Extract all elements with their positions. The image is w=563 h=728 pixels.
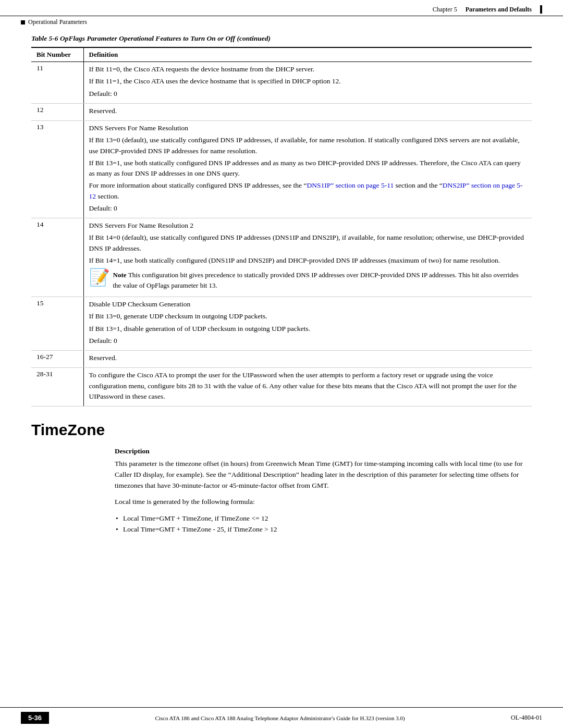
bit-cell-11: 11	[31, 62, 83, 104]
def-line: If Bit 13=1, disable generation of of UD…	[89, 324, 527, 334]
def-line: If Bit 11=0, the Cisco ATA requests the …	[89, 64, 527, 75]
table-row: 28-31 To configure the Cisco ATA to prom…	[31, 368, 532, 406]
def-line: If Bit 11=1, the Cisco ATA uses the devi…	[89, 76, 527, 87]
def-line: DNS Servers For Name Resolution	[89, 123, 527, 133]
timezone-title: TimeZone	[31, 421, 532, 439]
bit-cell-28-31: 28-31	[31, 368, 83, 406]
def-line: DNS Servers For Name Resolution 2	[89, 220, 527, 231]
table-row: 11 If Bit 11=0, the Cisco ATA requests t…	[31, 62, 532, 104]
note-pencil-icon: 📝	[89, 269, 108, 286]
footer-page-number: 5-36	[21, 712, 49, 724]
bit-cell-13: 13	[31, 121, 83, 218]
def-cell-14: DNS Servers For Name Resolution 2 If Bit…	[83, 218, 532, 297]
page-container: Chapter 5 Parameters and Defaults Operat…	[0, 0, 563, 728]
table-row: 14 DNS Servers For Name Resolution 2 If …	[31, 218, 532, 297]
def-line: Reserved.	[89, 353, 527, 363]
dns1ip-link[interactable]: DNS1IP” section on page 5-11	[307, 181, 394, 189]
def-cell-11: If Bit 11=0, the Cisco ATA requests the …	[83, 62, 532, 104]
header-right: Chapter 5 Parameters and Defaults	[433, 5, 542, 14]
def-line: If Bit 13=0, generate UDP checksum in ou…	[89, 311, 527, 322]
def-cell-15: Disable UDP Checksum Generation If Bit 1…	[83, 297, 532, 351]
opflags-table: Bit Number Definition 11 If Bit 11=0, th…	[31, 47, 532, 406]
footer-center-text: Cisco ATA 186 and Cisco ATA 188 Analog T…	[59, 715, 500, 721]
def-line: If Bit 14=0 (default), use statically co…	[89, 232, 527, 254]
page-footer: 5-36 Cisco ATA 186 and Cisco ATA 188 Ana…	[0, 707, 563, 728]
def-line: To configure the Cisco ATA to prompt the…	[89, 370, 527, 402]
breadcrumb: Operational Parameters	[0, 16, 563, 29]
bullet-item-2: Local Time=GMT + TimeZone - 25, if TimeZ…	[115, 524, 532, 535]
table-row: 13 DNS Servers For Name Resolution If Bi…	[31, 121, 532, 218]
def-line: If Bit 13=1, use both statically configu…	[89, 158, 527, 179]
table-row: 16-27 Reserved.	[31, 351, 532, 368]
col-header-bit: Bit Number	[31, 47, 83, 62]
footer-right-text: OL-4804-01	[511, 714, 542, 722]
note-text: This configuration bit gives precedence …	[113, 271, 519, 289]
note-box: 📝 Note This configuration bit gives prec…	[89, 270, 527, 290]
bit-cell-12: 12	[31, 103, 83, 120]
bullet-item-1: Local Time=GMT + TimeZone, if TimeZone <…	[115, 513, 532, 524]
breadcrumb-text: Operational Parameters	[28, 18, 87, 26]
bit-cell-16-27: 16-27	[31, 351, 83, 368]
timezone-desc-label: Description	[115, 447, 532, 455]
def-line: Reserved.	[89, 106, 527, 116]
timezone-content: Description This parameter is the timezo…	[31, 447, 532, 535]
def-cell-13: DNS Servers For Name Resolution If Bit 1…	[83, 121, 532, 218]
def-line: Default: 0	[89, 203, 527, 214]
def-line-link: For more information about statically co…	[89, 180, 527, 202]
header-bar-icon	[540, 5, 542, 14]
timezone-section: TimeZone Description This parameter is t…	[31, 421, 532, 535]
col-header-def: Definition	[83, 47, 532, 62]
timezone-bullets: Local Time=GMT + TimeZone, if TimeZone <…	[115, 513, 532, 535]
timezone-para-1: This parameter is the timezone offset (i…	[115, 459, 532, 491]
bit-cell-14: 14	[31, 218, 83, 297]
timezone-para-2: Local time is generated by the following…	[115, 497, 532, 508]
def-line: Default: 0	[89, 89, 527, 99]
def-line: If Bit 14=1, use both statically configu…	[89, 255, 527, 266]
header-chapter: Chapter 5	[433, 6, 457, 14]
bit-cell-15: 15	[31, 297, 83, 351]
dns2ip-link[interactable]: DNS2IP” section on page 5-12	[89, 181, 523, 200]
page-header: Chapter 5 Parameters and Defaults	[0, 0, 563, 16]
breadcrumb-icon	[21, 20, 25, 24]
def-line: Default: 0	[89, 336, 527, 346]
header-title: Parameters and Defaults	[466, 6, 532, 14]
def-line: If Bit 13=0 (default), use statically co…	[89, 135, 527, 156]
def-cell-28-31: To configure the Cisco ATA to prompt the…	[83, 368, 532, 406]
def-line: Disable UDP Checksum Generation	[89, 299, 527, 310]
main-content: Table 5-6 OpFlags Parameter Operational …	[0, 29, 563, 572]
table-caption: Table 5-6 OpFlags Parameter Operational …	[31, 34, 532, 43]
table-row: 15 Disable UDP Checksum Generation If Bi…	[31, 297, 532, 351]
def-cell-12: Reserved.	[83, 103, 532, 120]
def-cell-16-27: Reserved.	[83, 351, 532, 368]
table-row: 12 Reserved.	[31, 103, 532, 120]
note-label: Note	[113, 270, 127, 279]
